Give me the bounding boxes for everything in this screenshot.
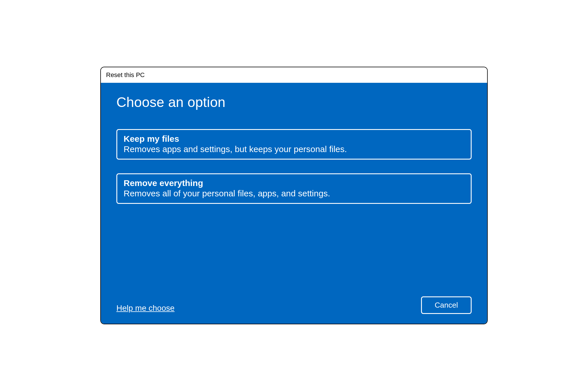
help-me-choose-link[interactable]: Help me choose xyxy=(116,304,174,314)
option-description: Removes all of your personal files, apps… xyxy=(124,189,464,198)
keep-my-files-option[interactable]: Keep my files Removes apps and settings,… xyxy=(116,129,472,160)
dialog-footer: Help me choose Cancel xyxy=(116,296,472,314)
cancel-button[interactable]: Cancel xyxy=(421,296,472,314)
options-list: Keep my files Removes apps and settings,… xyxy=(116,129,472,204)
remove-everything-option[interactable]: Remove everything Removes all of your pe… xyxy=(116,173,472,204)
option-title: Keep my files xyxy=(124,134,464,144)
option-description: Removes apps and settings, but keeps you… xyxy=(124,144,464,154)
titlebar: Reset this PC xyxy=(101,67,487,83)
content-area: Choose an option Keep my files Removes a… xyxy=(101,83,487,324)
window-title: Reset this PC xyxy=(106,71,145,79)
option-title: Remove everything xyxy=(124,178,464,188)
page-heading: Choose an option xyxy=(116,94,472,110)
reset-pc-dialog: Reset this PC Choose an option Keep my f… xyxy=(100,67,488,324)
